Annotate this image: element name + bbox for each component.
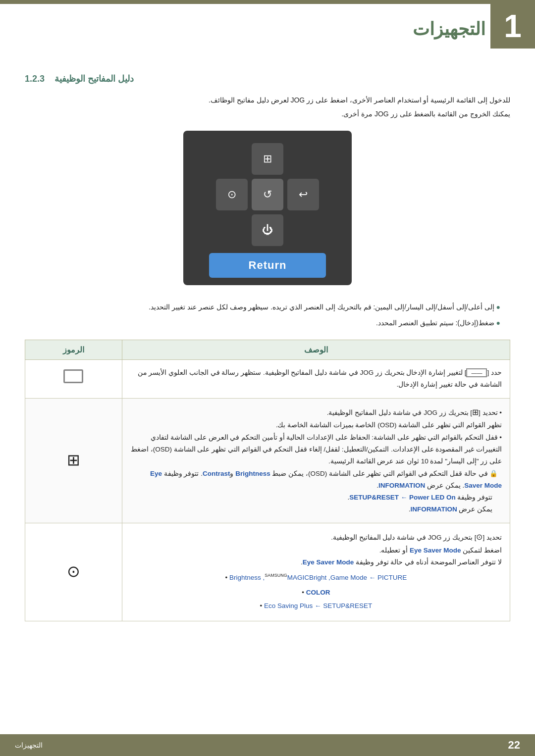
table-sym-osd: ⊞	[25, 398, 122, 523]
osd-line2: تظهر القوائم التي تظهر على الشاشة (OSD) …	[130, 419, 502, 431]
jog-grid-button[interactable]: ⊞	[252, 143, 283, 175]
bullet-item-1: إلى أعلى/إلى أسفل/إلى اليسار/إلى اليمين:…	[25, 300, 500, 314]
eye-line3: لا تتوفر العناصر الموضحة أدناه في حالة ت…	[130, 556, 502, 568]
main-content: دليل المفاتيح الوظيفية 1.2.3 للدخول إلى …	[0, 58, 535, 631]
chapter-title: التجهيزات	[413, 19, 485, 40]
table-desc-input: حدد [——] لتغيير إشارة الإدخال بتحريك زر …	[122, 360, 510, 399]
table-sym-eye: ⊙	[25, 523, 122, 621]
chapter-number-box: 1	[490, 4, 535, 49]
section-title: دليل المفاتيح الوظيفية	[54, 73, 134, 84]
power-icon: ⏻	[262, 224, 273, 237]
footer-page-num: 22	[508, 739, 520, 752]
eye-line5: COLOR •	[130, 587, 502, 599]
table-row-osd: • تحديد [⊞] بتحريك زر JOG في شاشة دليل ا…	[25, 398, 510, 523]
table-sym-input	[25, 360, 122, 399]
bullet-list: إلى أعلى/إلى أسفل/إلى اليسار/إلى اليمين:…	[25, 300, 510, 330]
jog-top-row: ⊞	[252, 143, 283, 175]
table-row-eye: تحديد [⊙] بتحريك زر JOG في شاشة دليل الم…	[25, 523, 510, 621]
osd-line3: • قفل التحكم بالقوائم التي تظهر على الشا…	[130, 432, 502, 468]
table-header-description: الوصف	[122, 340, 510, 360]
jog-middle-row: ↩ ↺ ⊙	[216, 179, 319, 210]
intro-line2: يمكنك الخروج من القائمة بالضغط على زر JO…	[25, 107, 510, 121]
section-heading: دليل المفاتيح الوظيفية 1.2.3	[25, 73, 510, 84]
table-header-symbol: الرموز	[25, 340, 122, 360]
jog-box: ⊞ ↩ ↺ ⊙ ⏻ Return	[183, 131, 352, 285]
bullet-item-2: ضغط(إدخال): سيتم تطبيق العنصر المحدد.	[25, 316, 500, 330]
osd-line1: • تحديد [⊞] بتحريك زر JOG في شاشة دليل ا…	[130, 405, 502, 420]
chapter-number: 1	[504, 8, 522, 45]
center-icon: ↺	[263, 188, 272, 201]
eye-line4: Brightness ,SAMSUNGMAGICBright ,Game Mod…	[130, 571, 502, 584]
table-desc-eye: تحديد [⊙] بتحريك زر JOG في شاشة دليل الم…	[122, 523, 510, 621]
table-row-input: حدد [——] لتغيير إشارة الإدخال بتحريك زر …	[25, 360, 510, 399]
grid-icon: ⊞	[263, 152, 272, 165]
eye-line6: Eco Saving Plus ← SETUP&RESET •	[130, 600, 502, 612]
intro-line1: للدخول إلى القائمة الرئيسية أو استخدام ا…	[25, 93, 510, 107]
jog-eye-button[interactable]: ⊙	[216, 179, 248, 210]
chapter-header: 1 التجهيزات	[0, 4, 535, 58]
osd-grid-icon: ⊞	[67, 451, 80, 469]
intro-text: للدخول إلى القائمة الرئيسية أو استخدام ا…	[25, 93, 510, 121]
jog-diagram: ⊞ ↩ ↺ ⊙ ⏻ Return	[25, 131, 510, 285]
osd-line4: 🔒 في حالة قفل التحكم في القوائم التي تظه…	[130, 468, 502, 492]
return-icon: ↩	[299, 188, 308, 201]
eye-icon: ⊙	[227, 188, 236, 201]
eye-line2: اضغط لتمكين Eye Saver Mode أو تعطيله.	[130, 545, 502, 556]
desc-input-text: حدد [——] لتغيير إشارة الإدخال بتحريك زر …	[138, 369, 502, 388]
osd-line6: يمكن عرض INFORMATION.	[130, 504, 502, 515]
section-number: 1.2.3	[25, 74, 45, 84]
func-table: الوصف الرموز حدد [——] لتغيير إشارة الإدخ…	[25, 340, 510, 621]
footer-bar: 22 التجهيزات	[0, 734, 535, 756]
osd-line5: تتوفر وظيفة SETUP&RESET ← Power LED On.	[130, 492, 502, 504]
input-symbol-icon	[63, 369, 83, 383]
eye-saver-icon: ⊙	[67, 562, 80, 580]
jog-bottom-row: ⏻	[252, 214, 283, 246]
jog-power-button[interactable]: ⏻	[252, 214, 283, 246]
footer-chapter-label: التجهيزات	[15, 741, 43, 749]
return-label[interactable]: Return	[209, 253, 326, 278]
jog-return-button[interactable]: ↩	[287, 179, 319, 210]
jog-center-button[interactable]: ↺	[252, 179, 283, 210]
eye-line1: تحديد [⊙] بتحريك زر JOG في شاشة دليل الم…	[130, 530, 502, 545]
top-bar	[0, 0, 535, 4]
table-desc-osd: • تحديد [⊞] بتحريك زر JOG في شاشة دليل ا…	[122, 398, 510, 523]
